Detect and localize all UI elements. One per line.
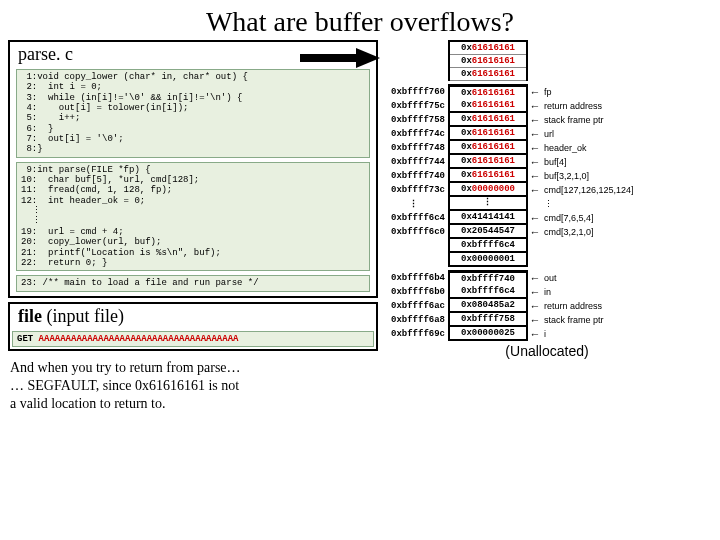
svg-rect-0 <box>300 54 356 62</box>
memory-label: return address <box>542 301 602 311</box>
arrow-left-icon: ← <box>528 329 542 340</box>
memory-value: 0xbffff758 <box>448 313 528 327</box>
memory-value: 0x00000025 <box>448 327 528 341</box>
memory-row: 0xbffff74c0x61616161←url <box>382 127 712 141</box>
memory-address: 0xbffff6c4 <box>382 213 448 223</box>
memory-address: 0xbffff748 <box>382 143 448 153</box>
svg-marker-1 <box>356 48 380 68</box>
input-file-label: file (input file) <box>10 304 376 329</box>
memory-value: 0xbffff6c4 <box>448 285 528 299</box>
memory-label: cmd[3,2,1,0] <box>542 227 594 237</box>
memory-value: 0x080485a2 <box>448 299 528 313</box>
memory-address: 0xbffff6a8 <box>382 315 448 325</box>
arrow-left-icon: ← <box>528 87 542 98</box>
memory-value: 0x00000000 <box>448 183 528 197</box>
memory-address: 0xbffff69c <box>382 329 448 339</box>
arrow-left-icon: ← <box>528 213 542 224</box>
memory-label: buf[4] <box>542 157 567 167</box>
arrow-left-icon: ← <box>528 115 542 126</box>
memory-label: url <box>542 129 554 139</box>
memory-label: cmd[127,126,125,124] <box>542 185 634 195</box>
memory-value: 0x20544547 <box>448 225 528 239</box>
memory-value: 0x61616161 <box>448 113 528 127</box>
arrow-left-icon: ← <box>528 185 542 196</box>
page-title: What are buffer overflows? <box>0 0 720 40</box>
memory-label: in <box>542 287 551 297</box>
memory-row: 0xbffff6a80xbffff758←stack frame ptr <box>382 313 712 327</box>
memory-label: stack frame ptr <box>542 315 604 325</box>
memory-row: 0xbffff73c0x00000000←cmd[127,126,125,124… <box>382 183 712 197</box>
memory-row: 0xbffff7580x61616161←stack frame ptr <box>382 113 712 127</box>
memory-row: 0xbffff6b00xbffff6c4←in <box>382 285 712 299</box>
memory-row: 0xbffff6b40xbffff740←out <box>382 271 712 285</box>
arrow-left-icon: ← <box>528 157 542 168</box>
overflow-cell: 0x61616161 <box>450 42 526 55</box>
code-block-2: 9:int parse(FILE *fp) { 10: char buf[5],… <box>16 162 370 271</box>
arrow-left-icon: ← <box>528 143 542 154</box>
memory-label: i <box>542 329 546 339</box>
memory-address: 0xbffff74c <box>382 129 448 139</box>
memory-row: 0xbffff6ac0x080485a2←return address <box>382 299 712 313</box>
overflow-cell: 0x61616161 <box>450 68 526 81</box>
arrow-left-icon: ← <box>528 315 542 326</box>
memory-value: 0x61616161 <box>448 155 528 169</box>
memory-row: 0xbffff7480x61616161←header_ok <box>382 141 712 155</box>
memory-label: out <box>542 273 557 283</box>
memory-address: 0xbffff744 <box>382 157 448 167</box>
overflow-region: 0x61616161 0x61616161 0x61616161 <box>448 40 528 81</box>
memory-row: 0xbffff6c4 <box>382 239 712 253</box>
memory-row: 0xbffff6c40x41414141←cmd[7,6,5,4] <box>382 211 712 225</box>
code-block-3: 23: /** main to load a file and run pars… <box>16 275 370 291</box>
memory-value: 0x61616161 <box>448 99 528 113</box>
memory-diagram: 0x61616161 0x61616161 0x61616161 0xbffff… <box>382 40 712 417</box>
arrow-left-icon: ← <box>528 171 542 182</box>
memory-value: 0x61616161 <box>448 141 528 155</box>
memory-address: 0xbffff740 <box>382 171 448 181</box>
input-file-box: file (input file) GET AAAAAAAAAAAAAAAAAA… <box>8 302 378 351</box>
memory-address: 0xbffff75c <box>382 101 448 111</box>
arrow-left-icon: ← <box>528 273 542 284</box>
memory-address: 0xbffff73c <box>382 185 448 195</box>
memory-address: 0xbffff758 <box>382 115 448 125</box>
memory-label: return address <box>542 101 602 111</box>
memory-row: 0x00000001 <box>382 253 712 267</box>
memory-row: 0xbffff69c0x00000025←i <box>382 327 712 341</box>
memory-value: 0x41414141 <box>448 211 528 225</box>
memory-row: 0xbffff7440x61616161← buf[4] <box>382 155 712 169</box>
memory-label: cmd[7,6,5,4] <box>542 213 594 223</box>
memory-value: 0x61616161 <box>448 169 528 183</box>
memory-value: 0x61616161 <box>448 127 528 141</box>
memory-value: 0x61616161 <box>448 84 528 101</box>
memory-label: buf[3,2,1,0] <box>542 171 589 181</box>
memory-value: 0x00000001 <box>448 253 528 267</box>
memory-address: 0xbffff6ac <box>382 301 448 311</box>
memory-label: stack frame ptr <box>542 115 604 125</box>
memory-address: 0xbffff6c0 <box>382 227 448 237</box>
arrow-left-icon: ← <box>528 129 542 140</box>
memory-row: 0xbffff7400x61616161←buf[3,2,1,0] <box>382 169 712 183</box>
arrow-left-icon: ← <box>528 301 542 312</box>
memory-address: 0xbffff6b4 <box>382 273 448 283</box>
unallocated-label: (Unallocated) <box>382 343 712 359</box>
memory-label: fp <box>542 87 552 97</box>
memory-value: 0xbffff6c4 <box>448 239 528 253</box>
arrow-left-icon: ← <box>528 101 542 112</box>
overflow-cell: 0x61616161 <box>450 55 526 68</box>
memory-row: 0xbffff75c0x61616161←return address <box>382 99 712 113</box>
source-file-box: parse. c 1:void copy_lower (char* in, ch… <box>8 40 378 298</box>
memory-row: 0xbffff6c00x20544547←cmd[3,2,1,0] <box>382 225 712 239</box>
memory-address: 0xbffff760 <box>382 87 448 97</box>
memory-value: 0xbffff740 <box>448 270 528 287</box>
result-caption: And when you try to return from parse… …… <box>8 355 378 418</box>
memory-address: 0xbffff6b0 <box>382 287 448 297</box>
arrow-left-icon: ← <box>528 287 542 298</box>
memory-row: 0xbffff7600x61616161←fp <box>382 85 712 99</box>
input-file-content: GET AAAAAAAAAAAAAAAAAAAAAAAAAAAAAAAAAAAA… <box>12 331 374 347</box>
arrow-left-icon: ← <box>528 227 542 238</box>
flow-arrow-icon <box>300 48 380 68</box>
memory-label: header_ok <box>542 143 587 153</box>
code-block-1: 1:void copy_lower (char* in, char* out) … <box>16 69 370 158</box>
